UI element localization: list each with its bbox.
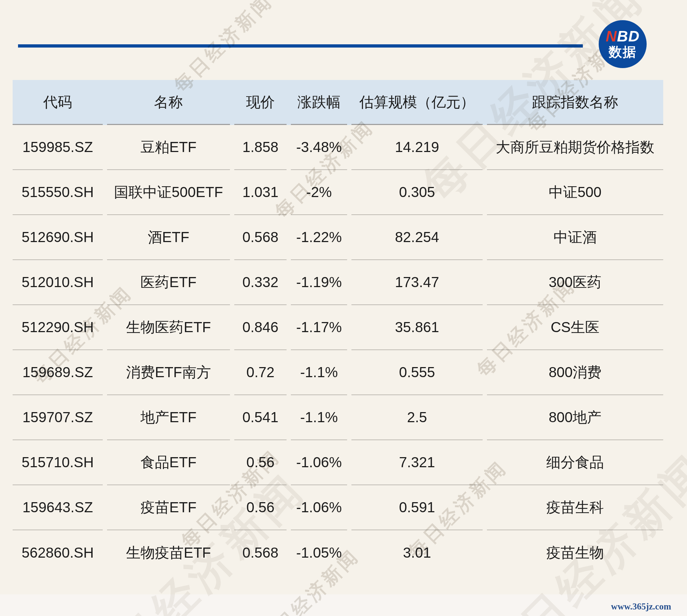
cell-index: 疫苗生科 xyxy=(487,485,663,530)
table-row: 515550.SH 国联中证500ETF 1.031 -2% 0.305 中证5… xyxy=(13,170,663,215)
cell-index: 800消费 xyxy=(487,350,663,395)
cell-name: 国联中证500ETF xyxy=(107,170,230,215)
cell-price: 0.56 xyxy=(234,485,287,530)
table-row: 159985.SZ 豆粕ETF 1.858 -3.48% 14.219 大商所豆… xyxy=(13,125,663,170)
cell-index: 疫苗生物 xyxy=(487,530,663,575)
cell-scale: 173.47 xyxy=(351,260,483,305)
cell-code: 562860.SH xyxy=(13,530,103,575)
cell-price: 1.858 xyxy=(234,125,287,170)
cell-name: 生物疫苗ETF xyxy=(107,530,230,575)
cell-index: 800地产 xyxy=(487,395,663,440)
cell-code: 515550.SH xyxy=(13,170,103,215)
cell-scale: 35.861 xyxy=(351,305,483,350)
top-divider-line xyxy=(18,44,583,48)
cell-name: 地产ETF xyxy=(107,395,230,440)
cell-name: 酒ETF xyxy=(107,215,230,260)
cell-index: 中证500 xyxy=(487,170,663,215)
table-row: 512010.SH 医药ETF 0.332 -1.19% 173.47 300医… xyxy=(13,260,663,305)
col-header-change: 涨跌幅 xyxy=(291,80,347,125)
cell-change: -1.17% xyxy=(291,305,347,350)
cell-index: 300医药 xyxy=(487,260,663,305)
cell-name: 医药ETF xyxy=(107,260,230,305)
cell-change: -1.06% xyxy=(291,485,347,530)
cell-price: 1.031 xyxy=(234,170,287,215)
cell-code: 159707.SZ xyxy=(13,395,103,440)
col-header-index: 跟踪指数名称 xyxy=(487,80,663,125)
table-row: 512690.SH 酒ETF 0.568 -1.22% 82.254 中证酒 xyxy=(13,215,663,260)
cell-change: -3.48% xyxy=(291,125,347,170)
cell-change: -1.1% xyxy=(291,395,347,440)
table-row: 159689.SZ 消费ETF南方 0.72 -1.1% 0.555 800消费 xyxy=(13,350,663,395)
cell-name: 生物医药ETF xyxy=(107,305,230,350)
site-url: www.365jz.com xyxy=(611,602,671,612)
col-header-scale: 估算规模（亿元） xyxy=(351,80,483,125)
cell-price: 0.846 xyxy=(234,305,287,350)
nbd-logo-text: NBD xyxy=(606,28,639,44)
cell-scale: 2.5 xyxy=(351,395,483,440)
nbd-logo-n: N xyxy=(606,28,617,45)
cell-scale: 3.01 xyxy=(351,530,483,575)
nbd-logo-cn: 数据 xyxy=(609,44,637,60)
cell-change: -1.22% xyxy=(291,215,347,260)
table-row: 515710.SH 食品ETF 0.56 -1.06% 7.321 细分食品 xyxy=(13,440,663,485)
cell-price: 0.332 xyxy=(234,260,287,305)
cell-scale: 0.555 xyxy=(351,350,483,395)
table-row: 512290.SH 生物医药ETF 0.846 -1.17% 35.861 CS… xyxy=(13,305,663,350)
footer-strip xyxy=(0,594,687,616)
cell-price: 0.568 xyxy=(234,215,287,260)
table-row: 159643.SZ 疫苗ETF 0.56 -1.06% 0.591 疫苗生科 xyxy=(13,485,663,530)
cell-name: 疫苗ETF xyxy=(107,485,230,530)
cell-name: 消费ETF南方 xyxy=(107,350,230,395)
table-header-row: 代码 名称 现价 涨跌幅 估算规模（亿元） 跟踪指数名称 xyxy=(13,80,663,125)
cell-code: 512010.SH xyxy=(13,260,103,305)
nbd-logo-bd: BD xyxy=(617,28,640,45)
cell-code: 515710.SH xyxy=(13,440,103,485)
cell-index: 细分食品 xyxy=(487,440,663,485)
cell-code: 159985.SZ xyxy=(13,125,103,170)
cell-scale: 0.305 xyxy=(351,170,483,215)
cell-change: -1.19% xyxy=(291,260,347,305)
cell-price: 0.72 xyxy=(234,350,287,395)
cell-index: 大商所豆粕期货价格指数 xyxy=(487,125,663,170)
col-header-name: 名称 xyxy=(107,80,230,125)
cell-scale: 0.591 xyxy=(351,485,483,530)
cell-change: -1.05% xyxy=(291,530,347,575)
cell-change: -2% xyxy=(291,170,347,215)
table-row: 562860.SH 生物疫苗ETF 0.568 -1.05% 3.01 疫苗生物 xyxy=(13,530,663,575)
cell-index: CS生医 xyxy=(487,305,663,350)
cell-index: 中证酒 xyxy=(487,215,663,260)
table-row: 159707.SZ 地产ETF 0.541 -1.1% 2.5 800地产 xyxy=(13,395,663,440)
cell-scale: 14.219 xyxy=(351,125,483,170)
cell-code: 159689.SZ xyxy=(13,350,103,395)
cell-price: 0.568 xyxy=(234,530,287,575)
table-body: 159985.SZ 豆粕ETF 1.858 -3.48% 14.219 大商所豆… xyxy=(13,125,663,575)
cell-scale: 82.254 xyxy=(351,215,483,260)
col-header-price: 现价 xyxy=(234,80,287,125)
cell-price: 0.541 xyxy=(234,395,287,440)
col-header-code: 代码 xyxy=(13,80,103,125)
cell-code: 159643.SZ xyxy=(13,485,103,530)
cell-change: -1.06% xyxy=(291,440,347,485)
cell-price: 0.56 xyxy=(234,440,287,485)
cell-name: 豆粕ETF xyxy=(107,125,230,170)
cell-change: -1.1% xyxy=(291,350,347,395)
cell-code: 512290.SH xyxy=(13,305,103,350)
cell-code: 512690.SH xyxy=(13,215,103,260)
cell-scale: 7.321 xyxy=(351,440,483,485)
cell-name: 食品ETF xyxy=(107,440,230,485)
etf-table: 代码 名称 现价 涨跌幅 估算规模（亿元） 跟踪指数名称 159985.SZ 豆… xyxy=(13,80,663,575)
nbd-logo: NBD 数据 xyxy=(599,20,647,68)
